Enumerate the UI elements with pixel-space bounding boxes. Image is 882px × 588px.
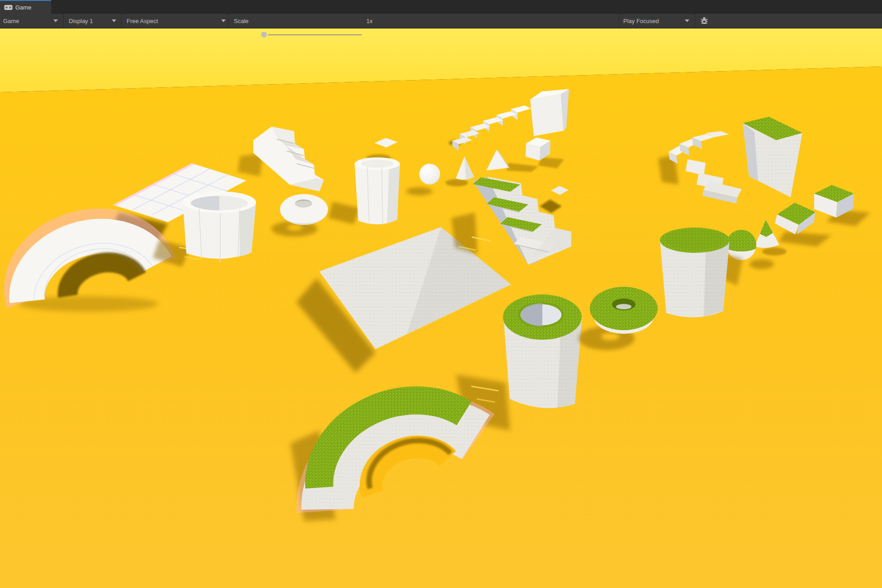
tab-bar-empty	[51, 0, 882, 14]
chevron-down-icon[interactable]	[53, 19, 58, 22]
game-view-toolbar: Game Display 1 Free Aspect Scale 1x Play…	[0, 14, 882, 28]
tab-game-label: Game	[15, 4, 31, 11]
toolbar-separator	[228, 14, 229, 28]
tab-bar: Game	[0, 0, 882, 14]
toolbar-separator	[695, 14, 695, 28]
scale-value: 1x	[366, 14, 373, 28]
bug-icon	[699, 16, 709, 26]
game-mode-dropdown[interactable]: Game	[3, 14, 19, 28]
play-focused-dropdown-label: Play Focused	[623, 18, 659, 24]
scale-label-text: Scale	[234, 18, 249, 24]
scale-slider-knob[interactable]	[261, 32, 267, 38]
debug-button[interactable]	[697, 14, 711, 28]
display-dropdown[interactable]: Display 1	[69, 14, 93, 28]
toolbar-separator	[619, 14, 619, 28]
game-mode-dropdown-label: Game	[3, 18, 19, 24]
scale-label: Scale	[234, 14, 249, 28]
unity-game-window: Game Game Display 1 Free Aspect Scale 1x…	[0, 0, 882, 588]
toolbar-separator	[63, 14, 64, 28]
aspect-ratio-dropdown[interactable]: Free Aspect	[127, 14, 158, 28]
chevron-down-icon[interactable]	[221, 19, 226, 22]
arch-white	[18, 228, 158, 312]
toolbar-separator	[121, 14, 122, 28]
scale-value-text: 1x	[366, 18, 373, 24]
chevron-down-icon[interactable]	[112, 19, 116, 22]
gamepad-icon	[4, 5, 13, 10]
tab-game[interactable]: Game	[0, 0, 51, 14]
scale-slider-track[interactable]	[268, 34, 362, 35]
aspect-ratio-dropdown-label: Free Aspect	[127, 18, 158, 24]
display-dropdown-label: Display 1	[69, 18, 93, 24]
chevron-down-icon[interactable]	[685, 19, 689, 22]
play-focused-dropdown[interactable]: Play Focused	[623, 14, 659, 28]
game-viewport[interactable]	[0, 0, 882, 588]
